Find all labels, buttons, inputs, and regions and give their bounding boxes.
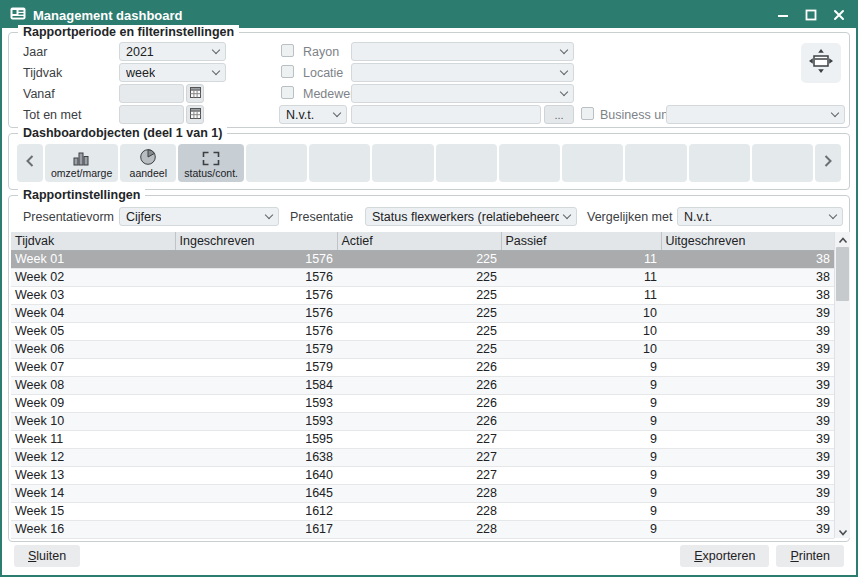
- row-value-cell: 1593: [175, 412, 337, 430]
- vertical-scrollbar[interactable]: [834, 232, 850, 538]
- table-row[interactable]: Week 131640227939: [11, 466, 834, 484]
- tot-en-met-input[interactable]: [119, 105, 184, 124]
- row-value-cell: 226: [337, 376, 501, 394]
- row-value-cell: 1617: [175, 520, 337, 538]
- toolbar-next-button[interactable]: [815, 144, 841, 182]
- empty-toolbar-slot: [689, 144, 750, 182]
- empty-toolbar-slot: [625, 144, 686, 182]
- table-row[interactable]: Week 0315762251138: [11, 286, 834, 304]
- browse-button[interactable]: ...: [544, 105, 574, 124]
- empty-toolbar-slot: [499, 144, 560, 182]
- row-value-cell: 10: [501, 322, 661, 340]
- filter-value-input[interactable]: [351, 105, 541, 124]
- row-tijdvak-cell: Week 14: [11, 484, 175, 502]
- vergelijken-met-select[interactable]: N.v.t.: [677, 207, 843, 226]
- row-value-cell: 38: [661, 268, 834, 286]
- table-row[interactable]: Week 101593226939: [11, 412, 834, 430]
- vanaf-calendar-button[interactable]: [186, 84, 204, 103]
- tijdvak-select[interactable]: week: [119, 63, 226, 82]
- rayon-checkbox[interactable]: [281, 44, 294, 57]
- footer-left: Sluiten: [14, 545, 80, 567]
- table-row[interactable]: Week 0115762251138: [11, 250, 834, 268]
- table-row[interactable]: Week 0415762251039: [11, 304, 834, 322]
- table-row[interactable]: Week 151612228939: [11, 502, 834, 520]
- scrollbar-thumb[interactable]: [836, 247, 849, 301]
- row-value-cell: 9: [501, 430, 661, 448]
- table-row[interactable]: Week 141645228939: [11, 484, 834, 502]
- jaar-select[interactable]: 2021: [119, 42, 226, 61]
- table-row[interactable]: Week 091593226939: [11, 394, 834, 412]
- presentatievorm-select[interactable]: Cijfers: [119, 207, 279, 226]
- footer-right: Exporteren Printen: [680, 545, 844, 567]
- business-unit-select[interactable]: [666, 105, 845, 124]
- column-header-ingeschreven[interactable]: Ingeschreven: [175, 232, 337, 250]
- row-tijdvak-cell: Week 16: [11, 520, 175, 538]
- table-row[interactable]: Week 0515762251039: [11, 322, 834, 340]
- tijdvak-value: week: [126, 66, 155, 80]
- toolbar-button-aandeel[interactable]: aandeel: [120, 144, 176, 182]
- row-value-cell: 1595: [175, 430, 337, 448]
- tot-en-met-calendar-button[interactable]: [186, 105, 204, 124]
- row-value-cell: 9: [501, 394, 661, 412]
- table-row[interactable]: Week 081584226939: [11, 376, 834, 394]
- column-header-uitgeschreven[interactable]: Uitgeschreven: [661, 232, 834, 250]
- row-value-cell: 39: [661, 484, 834, 502]
- table-row[interactable]: Week 0615792251039: [11, 340, 834, 358]
- toolbar-button-label: omzet/marge: [51, 167, 112, 179]
- medewerker-checkbox[interactable]: [281, 86, 294, 99]
- toolbar-previous-button[interactable]: [17, 144, 43, 182]
- row-value-cell: 1579: [175, 340, 337, 358]
- row-tijdvak-cell: Week 04: [11, 304, 175, 322]
- chevron-left-icon: [25, 154, 35, 172]
- medewerker-select[interactable]: [351, 84, 574, 103]
- selection-brackets-icon: [201, 148, 221, 166]
- row-value-cell: 1576: [175, 304, 337, 322]
- locatie-checkbox[interactable]: [281, 65, 294, 78]
- row-value-cell: 227: [337, 466, 501, 484]
- window-controls: [774, 6, 848, 24]
- empty-toolbar-slot: [246, 144, 307, 182]
- pie-chart-icon: [139, 148, 157, 166]
- table-row[interactable]: Week 161617228939: [11, 520, 834, 538]
- scroll-up-button[interactable]: [835, 232, 850, 246]
- empty-toolbar-slot: [372, 144, 433, 182]
- column-header-actief[interactable]: Actief: [337, 232, 501, 250]
- chevron-down-icon: [560, 67, 568, 75]
- toolbar-button-status-cont[interactable]: status/cont.: [178, 144, 244, 182]
- row-value-cell: 228: [337, 502, 501, 520]
- business-unit-checkbox[interactable]: [581, 107, 594, 120]
- printen-button[interactable]: Printen: [776, 545, 844, 567]
- table-row[interactable]: Week 0215762251138: [11, 268, 834, 286]
- sluiten-button[interactable]: Sluiten: [14, 545, 80, 567]
- column-header-passief[interactable]: Passief: [501, 232, 661, 250]
- minimize-button[interactable]: [774, 6, 792, 24]
- row-value-cell: 9: [501, 484, 661, 502]
- filter-type-select[interactable]: N.v.t.: [279, 105, 347, 124]
- row-value-cell: 39: [661, 502, 834, 520]
- table-row[interactable]: Week 071579226939: [11, 358, 834, 376]
- jaar-label: Jaar: [23, 45, 47, 59]
- row-value-cell: 225: [337, 304, 501, 322]
- scroll-down-button[interactable]: [835, 524, 850, 538]
- window-position-button[interactable]: [801, 43, 841, 83]
- close-button[interactable]: [830, 6, 848, 24]
- dashboard-objects-toolbar: omzet/marge aandeel status/cont.: [17, 144, 841, 182]
- exporteren-button[interactable]: Exporteren: [680, 545, 769, 567]
- vanaf-input[interactable]: [119, 84, 184, 103]
- locatie-select[interactable]: [351, 63, 574, 82]
- table-row[interactable]: Week 111595227939: [11, 430, 834, 448]
- app-icon: [10, 6, 26, 24]
- chevron-down-icon: [829, 211, 837, 219]
- column-header-tijdvak[interactable]: Tijdvak: [11, 232, 175, 250]
- table-row[interactable]: Week 121638227939: [11, 448, 834, 466]
- row-value-cell: 39: [661, 394, 834, 412]
- presentatie-select[interactable]: Status flexwerkers (relatiebeheerder): [365, 207, 577, 226]
- empty-toolbar-slot: [562, 144, 623, 182]
- rayon-select[interactable]: [351, 42, 574, 61]
- maximize-button[interactable]: [802, 6, 820, 24]
- report-settings-group: Rapportinstellingen Presentatievorm Cijf…: [8, 195, 850, 542]
- toolbar-button-omzet-marge[interactable]: omzet/marge: [45, 144, 118, 182]
- row-value-cell: 225: [337, 286, 501, 304]
- business-unit-label: Business un: [600, 108, 668, 122]
- row-tijdvak-cell: Week 11: [11, 430, 175, 448]
